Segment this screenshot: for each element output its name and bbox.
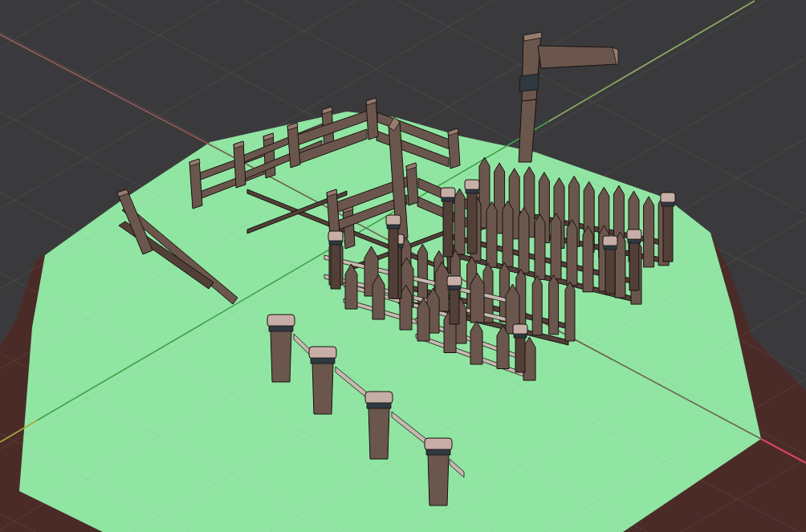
pillar-cap: [267, 315, 295, 327]
post-cap: [386, 215, 401, 225]
post-cap: [441, 188, 455, 198]
fence-post: [663, 202, 673, 262]
post-cap: [513, 324, 527, 335]
picket-board: [470, 321, 482, 364]
picket-board: [372, 274, 385, 319]
fence-post: [331, 241, 340, 289]
picket-board: [532, 276, 542, 335]
pillar-collar: [367, 403, 391, 408]
fence-post: [605, 246, 615, 294]
fence-post: [450, 286, 459, 324]
post-collar: [329, 241, 342, 245]
picket-board: [417, 244, 427, 303]
post-cap: [447, 276, 462, 286]
pillar-collar: [311, 358, 335, 363]
picket-board: [345, 264, 357, 309]
post-collar: [661, 202, 674, 206]
post-cap: [603, 236, 617, 246]
viewport-3d[interactable]: [0, 0, 806, 532]
picket-board: [497, 326, 509, 369]
picket-board: [565, 282, 575, 341]
pillar-body: [368, 408, 389, 459]
picket-board: [583, 226, 593, 292]
fence-post: [515, 334, 525, 372]
picket-board: [486, 201, 497, 267]
picket-board: [454, 189, 465, 254]
pillar-collar: [426, 449, 450, 455]
pillar-body: [428, 454, 449, 506]
picket-board: [644, 197, 654, 267]
picket-board: [549, 275, 559, 335]
pillar-cap: [425, 438, 452, 450]
sign-bracket: [519, 74, 539, 91]
pillar-cap: [309, 347, 336, 359]
post-collar: [604, 246, 617, 250]
picket-board: [503, 201, 513, 266]
post-collar: [514, 334, 527, 338]
post-cap: [465, 180, 479, 190]
pillar-cap: [365, 392, 393, 404]
pillar-collar: [269, 326, 293, 331]
picket-board: [417, 298, 429, 341]
picket-board: [519, 207, 529, 273]
post-collar: [628, 239, 641, 243]
picket-board: [551, 213, 561, 279]
pillar-body: [271, 331, 291, 382]
pillar-body: [312, 363, 333, 414]
picket-board: [535, 214, 545, 280]
fence-post: [443, 197, 453, 257]
post-collar: [387, 225, 400, 229]
post-collar: [448, 286, 461, 290]
fence-post: [629, 239, 639, 290]
post-collar: [466, 189, 478, 193]
sign-board: [538, 46, 617, 68]
fence-post: [389, 225, 398, 298]
picket-board: [567, 220, 577, 286]
post-cap: [627, 229, 641, 240]
post-collar: [442, 197, 454, 201]
post-cap: [328, 231, 343, 242]
picket-board: [470, 273, 484, 323]
post-cap: [661, 193, 675, 203]
fence-post: [467, 189, 477, 254]
